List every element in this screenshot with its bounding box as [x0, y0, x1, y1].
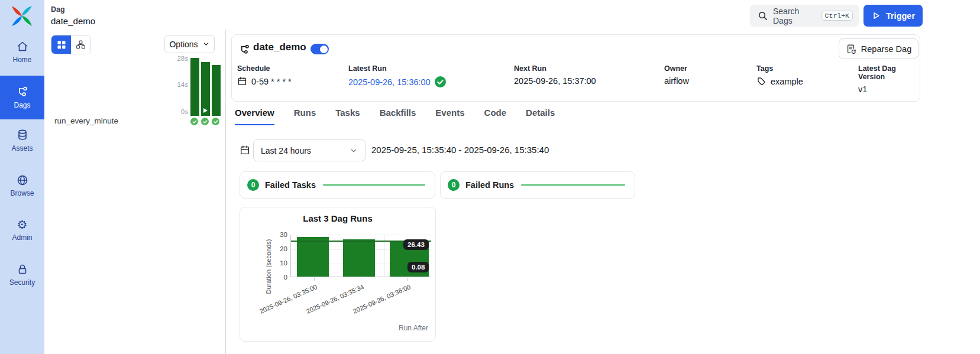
failed-runs-count: 0 [448, 179, 460, 191]
keyboard-shortcut: Ctrl+K [821, 11, 853, 21]
chevron-down-icon [202, 40, 210, 48]
dag-icon [238, 44, 251, 56]
sidebar-item-home[interactable]: Home [0, 37, 44, 67]
field-schedule: Schedule 0-59 * * * * [237, 64, 292, 86]
graph-icon [76, 40, 86, 50]
field-next-run: Next Run 2025-09-26, 15:37:00 [514, 64, 596, 86]
task-success-badge[interactable] [212, 118, 219, 125]
grid-icon [57, 40, 66, 50]
y-tick: 0 [273, 274, 287, 281]
home-icon [16, 40, 29, 53]
spark-line [521, 184, 625, 186]
trigger-button[interactable]: Trigger [863, 5, 923, 27]
task-status-row [190, 118, 219, 125]
calendar-icon [240, 145, 250, 155]
failed-runs-card[interactable]: 0 Failed Runs [440, 171, 635, 199]
chart-title: Last 3 Dag Runs [240, 213, 435, 223]
sidebar-item-label: Dags [14, 101, 30, 109]
y-tick: 10 [273, 259, 287, 267]
failed-tasks-count: 0 [247, 179, 259, 191]
sidebar-item-security[interactable]: Security [0, 259, 44, 290]
play-icon [871, 11, 881, 21]
breadcrumb[interactable]: Dag [51, 5, 65, 14]
tab-overview[interactable]: Overview [235, 108, 274, 125]
dag-pause-toggle[interactable] [311, 44, 329, 54]
tag-icon [756, 76, 766, 86]
mini-chart-tick: 0s [169, 108, 188, 115]
mini-run-bar[interactable] [190, 58, 199, 116]
sidebar-item-label: Admin [12, 233, 32, 242]
success-check-icon [435, 76, 446, 87]
last-3-dag-runs-chart: Last 3 Dag Runs Duration (seconds) 30 20… [240, 207, 436, 342]
tab-details[interactable]: Details [526, 108, 555, 125]
spark-line [323, 184, 425, 186]
x-tick-label: 2025-09-26, 03:35:00 [244, 283, 318, 321]
view-toggle-group [51, 35, 91, 54]
search-placeholder: Search Dags [773, 7, 816, 25]
field-latest-dag-version: Latest Dag Version v1 [858, 64, 920, 94]
running-play-icon [203, 108, 208, 113]
airflow-logo[interactable] [10, 4, 34, 28]
reparse-icon [846, 44, 856, 54]
sidebar-item-browse[interactable]: Browse [0, 170, 44, 201]
time-range-select[interactable]: Last 24 hours [253, 139, 366, 161]
y-tick: 30 [273, 231, 287, 238]
mini-chart-tick: 28s [169, 55, 188, 62]
search-icon [758, 11, 768, 21]
time-range-text: 2025-09-25, 15:35:40 - 2025-09-26, 15:35… [371, 145, 549, 155]
latest-run-link[interactable]: 2025-09-26, 15:36:00 [348, 77, 431, 87]
sidebar-item-label: Security [9, 278, 35, 287]
graph-view-button[interactable] [71, 35, 90, 54]
mini-run-bar[interactable] [212, 65, 221, 116]
grid-view-button[interactable] [51, 35, 71, 54]
mini-run-bar[interactable] [201, 62, 210, 116]
sidebar: Home Dags Assets Browse ⚙ Admin [0, 0, 44, 354]
dag-tabs: Overview Runs Tasks Backfills Events Cod… [235, 108, 555, 125]
sidebar-item-assets[interactable]: Assets [0, 125, 44, 156]
dag-run-bar[interactable] [297, 237, 329, 277]
task-success-badge[interactable] [190, 118, 198, 125]
chart-annotation: 0.08 [407, 262, 429, 272]
page-title: date_demo [51, 16, 95, 26]
field-tags: Tags example [756, 64, 803, 86]
tab-tasks[interactable]: Tasks [335, 108, 360, 125]
assets-icon [16, 129, 29, 142]
panel-divider[interactable] [225, 30, 226, 354]
y-tick: 20 [273, 245, 287, 252]
browse-globe-icon [16, 174, 29, 187]
chart-xlabel: Run After [399, 324, 428, 332]
calendar-icon [237, 76, 247, 86]
task-name[interactable]: run_every_minute [54, 116, 118, 125]
tab-events[interactable]: Events [435, 108, 464, 125]
chevron-down-icon [350, 147, 358, 155]
chart-annotation: 26.43 [403, 239, 429, 250]
lock-icon [16, 263, 29, 276]
dags-icon [16, 86, 29, 99]
chart-ylabel: Duration (seconds) [265, 231, 272, 302]
sidebar-item-label: Browse [10, 189, 34, 197]
dag-title: date_demo [253, 41, 306, 53]
gear-icon: ⚙ [16, 218, 29, 231]
field-owner: Owner airflow [664, 64, 689, 86]
tag-example[interactable]: example [771, 77, 803, 86]
sidebar-item-label: Home [12, 56, 31, 64]
tab-runs[interactable]: Runs [294, 108, 316, 125]
dag-run-bar[interactable] [343, 239, 375, 277]
sidebar-item-label: Assets [11, 144, 33, 152]
sidebar-item-admin[interactable]: ⚙ Admin [0, 215, 44, 245]
task-success-badge[interactable] [201, 118, 209, 125]
options-button[interactable]: Options [164, 35, 215, 53]
search-input[interactable]: Search Dags Ctrl+K [750, 5, 859, 27]
tab-backfills[interactable]: Backfills [380, 108, 416, 125]
mini-duration-chart [190, 58, 221, 116]
field-latest-run: Latest Run 2025-09-26, 15:36:00 [348, 64, 446, 87]
reparse-dag-button[interactable]: Reparse Dag [839, 38, 918, 59]
failed-tasks-card[interactable]: 0 Failed Tasks [240, 171, 435, 199]
sidebar-item-dags[interactable]: Dags [0, 76, 44, 119]
tab-code[interactable]: Code [484, 108, 507, 125]
dag-header-card: date_demo Reparse Dag Schedule 0-59 * * … [231, 34, 920, 102]
mini-chart-tick: 14s [169, 81, 188, 88]
